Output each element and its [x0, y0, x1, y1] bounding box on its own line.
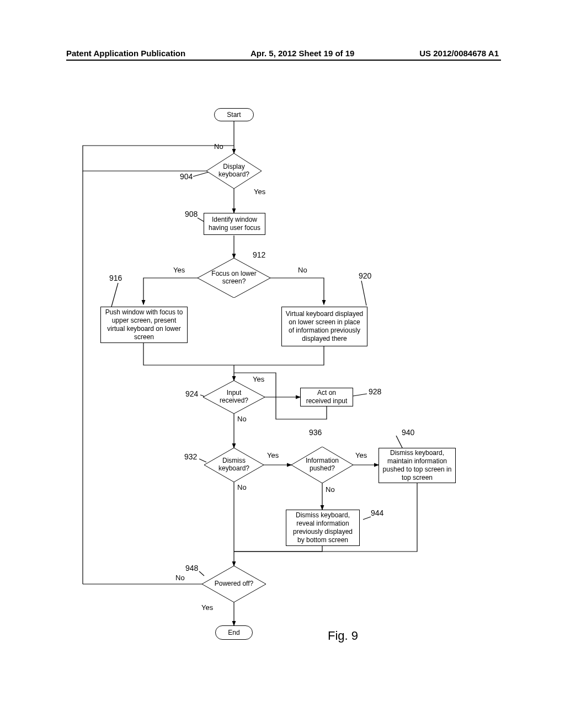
- ref-928: 928: [369, 387, 381, 396]
- end-text: End: [228, 629, 239, 637]
- ref-948: 948: [185, 564, 198, 572]
- process-dismiss-maintain: Dismiss keyboard, maintain information p…: [379, 448, 456, 483]
- decision-display-keyboard: Display keyboard?: [206, 153, 262, 189]
- ref-936: 936: [309, 428, 322, 437]
- svg-line-19: [363, 517, 371, 520]
- start-text: Start: [227, 111, 241, 119]
- ref-932: 932: [184, 452, 197, 461]
- ref-908: 908: [185, 210, 198, 218]
- decision-input-received: Input received?: [203, 381, 265, 414]
- label-yes-936: Yes: [355, 451, 367, 459]
- label-yes-924: Yes: [253, 375, 264, 383]
- ref-940: 940: [402, 428, 414, 437]
- process-944-text: Dismiss keyboard, reveal information pre…: [290, 511, 356, 544]
- label-yes-948: Yes: [201, 603, 213, 612]
- decision-936-text: Information pushed?: [291, 447, 353, 483]
- process-920-text: Virtual keyboard displayed on lower scre…: [285, 310, 364, 343]
- process-act-on-input: Act on received input: [300, 388, 353, 406]
- flowchart-canvas: Start Display keyboard? Identify window …: [0, 0, 565, 728]
- process-virtual-keyboard-lower: Virtual keyboard displayed on lower scre…: [281, 307, 367, 346]
- decision-dismiss-keyboard: Dismiss keyboard?: [204, 448, 264, 482]
- process-908-text: Identify window having user focus: [207, 216, 262, 232]
- connector-layer: [0, 0, 565, 728]
- process-identify-window: Identify window having user focus: [204, 213, 265, 235]
- ref-924: 924: [185, 389, 198, 398]
- ref-912: 912: [253, 250, 265, 259]
- label-no-912: No: [298, 266, 307, 274]
- decision-948-text: Powered off?: [202, 566, 266, 602]
- process-push-window: Push window with focus to upper screen, …: [100, 307, 188, 343]
- label-no-924: No: [237, 415, 247, 423]
- decision-904-text: Display keyboard?: [206, 153, 262, 189]
- label-no-932: No: [237, 483, 247, 491]
- decision-focus-lower: Focus on lower screen?: [198, 258, 270, 298]
- decision-powered-off: Powered off?: [202, 566, 266, 602]
- svg-line-16: [353, 394, 367, 396]
- figure-label: Fig. 9: [328, 629, 358, 643]
- process-940-text: Dismiss keyboard, maintain information p…: [382, 449, 452, 482]
- decision-information-pushed: Information pushed?: [291, 447, 353, 483]
- svg-line-13: [111, 283, 118, 307]
- decision-912-text: Focus on lower screen?: [198, 258, 270, 298]
- label-no-904: No: [214, 142, 223, 151]
- ref-944: 944: [371, 508, 383, 517]
- label-yes-912: Yes: [173, 266, 185, 274]
- process-928-text: Act on received input: [304, 389, 349, 405]
- ref-904: 904: [180, 172, 193, 181]
- terminator-start: Start: [214, 108, 254, 121]
- label-no-936: No: [326, 485, 335, 494]
- label-yes-904: Yes: [254, 188, 265, 196]
- decision-932-text: Dismiss keyboard?: [204, 448, 264, 482]
- ref-916: 916: [109, 274, 122, 282]
- label-yes-932: Yes: [267, 451, 279, 459]
- svg-line-14: [361, 281, 366, 306]
- decision-924-text: Input received?: [203, 381, 265, 414]
- process-916-text: Push window with focus to upper screen, …: [104, 308, 184, 341]
- process-dismiss-reveal: Dismiss keyboard, reveal information pre…: [286, 510, 360, 546]
- label-no-948: No: [175, 574, 185, 582]
- svg-line-18: [396, 436, 403, 449]
- ref-920: 920: [359, 271, 371, 280]
- terminator-end: End: [215, 625, 253, 640]
